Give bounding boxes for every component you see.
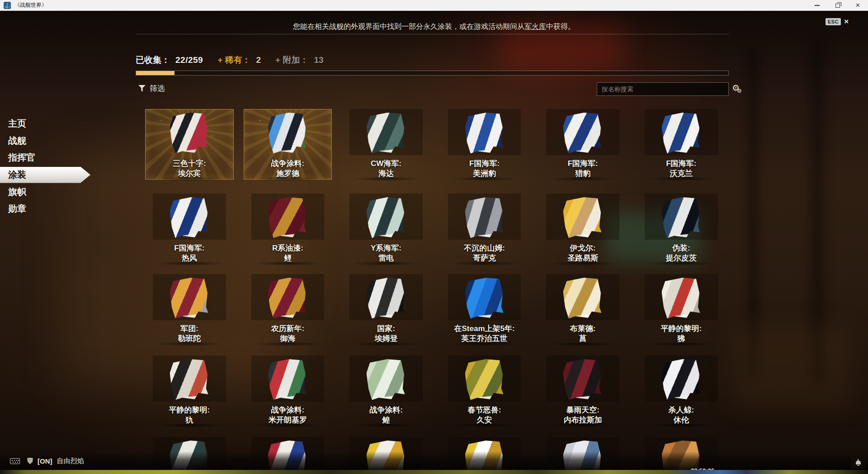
search-input[interactable] (597, 82, 729, 96)
gear-icon-small: ⚙ (737, 88, 742, 94)
clan-shield-icon (27, 458, 33, 465)
minimize-icon (815, 5, 820, 6)
sidebar-item-勋章[interactable]: 勋章 (0, 200, 95, 218)
camo-item[interactable]: 农历新年:御海 (239, 274, 337, 350)
restore-button[interactable] (827, 0, 848, 11)
sidebar-item-旗帜[interactable]: 旗帜 (0, 183, 95, 200)
camo-item-label: 不沉的山姆:哥萨克 (464, 243, 505, 263)
camo-item[interactable]: 平静的黎明:犰 (140, 356, 239, 431)
restore-icon (835, 4, 840, 8)
sidebar-item-主页[interactable]: 主页 (0, 115, 95, 133)
camo-grid-row: 平静的黎明:犰战争涂料:米开朗基罗战争涂料:鳇春节恶兽:久安暴雨天空:内布拉斯加… (140, 356, 731, 431)
camo-item-label: 春节恶兽:久安 (468, 405, 501, 425)
armory-link[interactable]: 军火库 (524, 23, 546, 30)
app-window: ⚓ 《战舰世界》 × 您能在相关战舰的外观界面中找到一部分永久涂装，或在游戏活动… (0, 0, 868, 474)
camo-item[interactable]: CW海军:海达 (337, 109, 435, 185)
chat-keyboard-icon[interactable] (10, 458, 20, 464)
camo-item[interactable]: 杀人鲸:休伦 (632, 356, 731, 431)
camo-item-label: 军团:勒班陀 (178, 324, 201, 344)
collection-progress-fill (136, 71, 175, 75)
filter-funnel-icon (138, 85, 146, 92)
window-title: 《战舰世界》 (14, 1, 47, 9)
sidebar-item-战舰[interactable]: 战舰 (0, 133, 95, 150)
rare-label: + 稀有： (217, 54, 250, 66)
camo-item-label: 在Steam上架5年:英王乔治五世 (454, 324, 515, 344)
camo-item[interactable]: 布莱德:菖 (533, 274, 632, 350)
collection-progress-bar (136, 71, 729, 76)
camo-item-label: F国海军:沃克兰 (666, 159, 696, 179)
camo-item-label: 战争涂料:施罗德 (271, 159, 305, 179)
camo-item-label: 暴雨天空:内布拉斯加 (564, 405, 602, 425)
rare-value: 2 (256, 55, 261, 65)
camo-item[interactable]: R系油漆:鲤 (239, 194, 337, 270)
camo-item[interactable]: 伊戈尔:圣路易斯 (533, 194, 632, 270)
camo-patch-icon (268, 359, 308, 402)
search-settings-button[interactable]: ⚙ ⚙ (732, 83, 745, 96)
camo-item-label: 平静的黎明:犰 (169, 405, 210, 425)
camo-item[interactable]: F国海军:沃克兰 (632, 109, 731, 185)
message-text: 您能在相关战舰的外观界面中找到一部分永久涂装，或在游戏活动期间从 (293, 23, 524, 30)
camo-patch-icon (563, 359, 603, 402)
camo-item-label: 杀人鲸:休伦 (668, 405, 694, 425)
camo-patch-icon (563, 277, 603, 320)
camo-patch-icon (268, 277, 308, 320)
bell-icon (856, 460, 861, 465)
camo-patch-icon (268, 197, 308, 240)
extra-value: 13 (314, 55, 323, 65)
esc-hint[interactable]: ESC × (826, 18, 849, 25)
camo-patch-icon (169, 359, 209, 402)
camo-item-label: 农历新年:御海 (271, 324, 305, 344)
camo-patch-icon (169, 112, 209, 155)
camo-patch-icon (464, 112, 505, 155)
minimize-button[interactable] (807, 0, 827, 11)
header-message: 您能在相关战舰的外观界面中找到一部分永久涂装，或在游戏活动期间从军火库中获得。 (0, 22, 868, 32)
camo-item[interactable]: F国海军:热风 (140, 194, 239, 270)
os-titlebar: ⚓ 《战舰世界》 × (0, 0, 868, 11)
camo-item[interactable]: 战争涂料:鳇 (337, 356, 435, 431)
camo-item-label: F国海军:热风 (174, 243, 204, 263)
camo-patch-icon (661, 112, 701, 155)
collection-stats: 已收集： 22/259 + 稀有： 2 + 附加： 13 (136, 54, 324, 66)
camo-grid-row: F国海军:热风R系油漆:鲤Y系海军:雷电不沉的山姆:哥萨克伊戈尔:圣路易斯伪装:… (140, 194, 731, 270)
camo-patch-icon (366, 359, 406, 402)
camo-item[interactable]: 战争涂料:米开朗基罗 (239, 356, 337, 431)
camo-item[interactable]: 战争涂料:施罗德 (239, 109, 337, 185)
camo-item[interactable]: Y系海军:雷电 (337, 194, 435, 270)
window-controls: × (807, 0, 868, 11)
camo-item[interactable]: F国海军:猎豹 (533, 109, 632, 185)
header-divider (136, 34, 729, 34)
clan-name[interactable]: 自由烈焰 (57, 457, 84, 465)
camo-patch-icon (563, 197, 603, 240)
camo-patch-icon (464, 359, 505, 402)
camo-patch-icon (661, 359, 701, 402)
camo-item[interactable]: 暴雨天空:内布拉斯加 (533, 356, 632, 431)
bottom-status-bar: [ON] 自由烈焰 (0, 451, 868, 470)
sidebar-item-指挥官[interactable]: 指挥官 (0, 149, 95, 166)
camo-item[interactable]: 平静的黎明:狒 (632, 274, 731, 350)
camo-item[interactable]: 国家:埃姆登 (337, 274, 435, 350)
esc-key-badge: ESC (826, 18, 841, 25)
camo-item[interactable]: 春节恶兽:久安 (435, 356, 534, 431)
message-text: 中获得。 (546, 23, 575, 30)
camo-item-label: 战争涂料:米开朗基罗 (269, 405, 307, 425)
camo-item-label: 三色十字:埃尔宾 (173, 159, 206, 179)
close-button[interactable]: × (848, 0, 868, 11)
camo-item-label: CW海军:海达 (371, 159, 401, 179)
camo-item[interactable]: 伪装:提尔皮茨 (632, 194, 731, 270)
camo-patch-icon (366, 112, 406, 155)
os-taskbar-sliver[interactable] (0, 470, 868, 474)
camo-item-label: 国家:埃姆登 (374, 324, 397, 344)
camo-item[interactable]: 在Steam上架5年:英王乔治五世 (435, 274, 534, 350)
filter-label: 筛选 (150, 83, 165, 94)
notifications-button[interactable] (851, 456, 865, 469)
camo-patch-icon (464, 197, 505, 240)
search-box (597, 82, 729, 96)
camo-item[interactable]: 军团:勒班陀 (140, 274, 239, 350)
camo-patch-icon (464, 277, 505, 320)
camo-item[interactable]: F国海军:美洲豹 (435, 109, 534, 185)
camo-item-label: R系油漆:鲤 (272, 243, 303, 263)
camo-item[interactable]: 三色十字:埃尔宾 (140, 109, 239, 185)
filter-button[interactable]: 筛选 (138, 83, 165, 94)
sidebar-item-涂装[interactable]: 涂装 (0, 167, 90, 183)
camo-item[interactable]: 不沉的山姆:哥萨克 (435, 194, 534, 270)
